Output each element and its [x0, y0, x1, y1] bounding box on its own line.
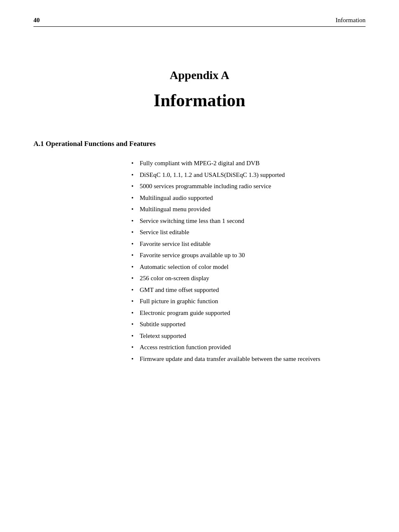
- list-item: Firmware update and data transfer availa…: [131, 354, 366, 365]
- list-item: Fully compliant with MPEG-2 digital and …: [131, 158, 366, 169]
- list-item: GMT and time offset supported: [131, 285, 366, 296]
- list-item: DiSEqC 1.0, 1.1, 1.2 and USALS(DiSEqC 1.…: [131, 170, 366, 181]
- features-list: Fully compliant with MPEG-2 digital and …: [131, 158, 366, 365]
- appendix-label: Appendix A: [33, 69, 366, 82]
- list-item: Teletext supported: [131, 331, 366, 342]
- section-heading: A.1 Operational Functions and Features: [33, 140, 366, 148]
- page-number: 40: [33, 17, 40, 24]
- list-item: Favorite service list editable: [131, 239, 366, 250]
- header-section-title: Information: [335, 17, 366, 24]
- list-item: Service switching time less than 1 secon…: [131, 216, 366, 227]
- list-item: Automatic selection of color model: [131, 262, 366, 273]
- list-item: 256 color on-screen display: [131, 273, 366, 284]
- page-title: Information: [33, 90, 366, 110]
- list-item: Electronic program guide supported: [131, 308, 366, 319]
- list-item: Multilingual menu provided: [131, 204, 366, 215]
- list-item: Favorite service groups available up to …: [131, 250, 366, 261]
- list-item: Subtitle supported: [131, 319, 366, 330]
- list-item: 5000 services programmable including rad…: [131, 181, 366, 192]
- list-item: Service list editable: [131, 227, 366, 238]
- list-item: Full picture in graphic function: [131, 296, 366, 307]
- page: 40 Information Appendix A Information A.…: [0, 0, 399, 532]
- page-header: 40 Information: [33, 17, 366, 27]
- list-item: Multilingual audio supported: [131, 193, 366, 204]
- list-item: Access restriction function provided: [131, 342, 366, 353]
- content-area: Fully compliant with MPEG-2 digital and …: [33, 158, 366, 365]
